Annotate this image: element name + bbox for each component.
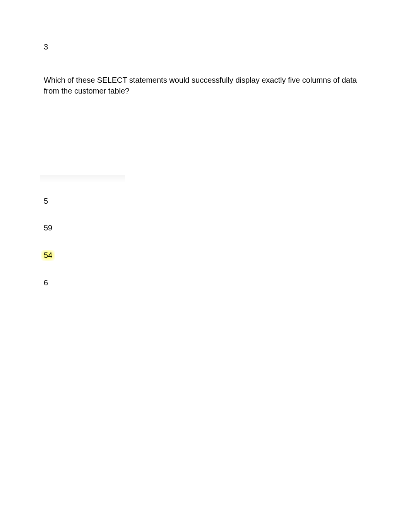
answer-value: 6: [44, 278, 48, 287]
answer-item: 59: [44, 223, 52, 232]
document-content: 3 Which of these SELECT statements would…: [0, 0, 411, 305]
question-number: 3: [44, 43, 372, 51]
answer-value: 54: [44, 251, 52, 259]
answer-item-highlighted: 54: [41, 250, 55, 261]
answer-value: 59: [44, 223, 52, 232]
answer-value: 5: [44, 197, 48, 205]
answer-item: 6: [44, 278, 48, 287]
answer-item: 5: [44, 197, 48, 206]
question-text: Which of these SELECT statements would s…: [44, 75, 372, 96]
separator-shadow: [40, 175, 125, 183]
answer-block: 5 59 54 6: [44, 197, 372, 305]
